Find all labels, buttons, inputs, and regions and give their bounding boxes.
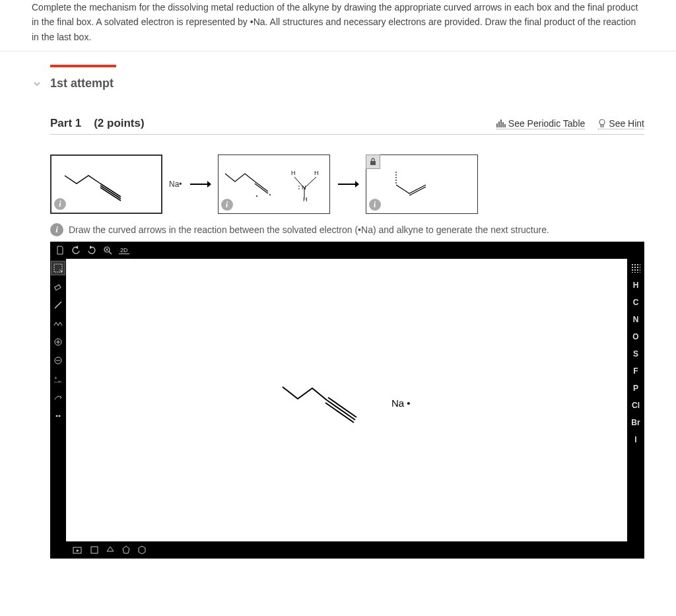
editor-left-toolbar: +− xyxy=(50,259,66,541)
svg-point-22 xyxy=(298,186,300,187)
svg-rect-6 xyxy=(601,125,603,127)
new-file-icon[interactable] xyxy=(55,246,65,255)
svg-point-43 xyxy=(56,415,58,417)
element-f[interactable]: F xyxy=(627,364,644,378)
svg-point-5 xyxy=(599,120,605,125)
instruction-text: Draw the curved arrows in the reaction b… xyxy=(69,224,549,235)
instruction-row: i Draw the curved arrows in the reaction… xyxy=(50,223,644,236)
zoom-icon[interactable] xyxy=(103,246,112,255)
element-i[interactable]: I xyxy=(627,433,644,446)
editor-element-palette: H C N O S F P Cl Br I xyxy=(627,259,644,541)
svg-point-23 xyxy=(298,188,300,189)
svg-line-9 xyxy=(100,188,121,201)
svg-rect-4 xyxy=(504,124,506,127)
svg-rect-25 xyxy=(370,161,376,165)
element-p[interactable]: P xyxy=(627,382,644,395)
svg-text:N: N xyxy=(302,184,306,191)
attempt-title: 1st attempt xyxy=(50,77,114,90)
svg-line-27 xyxy=(409,187,426,195)
plus-charge-tool[interactable] xyxy=(51,335,65,349)
alkyne-molecule-icon[interactable] xyxy=(279,380,365,440)
curved-arrow-tool[interactable] xyxy=(51,391,65,404)
svg-line-8 xyxy=(100,186,121,199)
svg-rect-3 xyxy=(502,122,504,127)
element-n[interactable]: N xyxy=(627,313,644,326)
info-icon[interactable]: i xyxy=(50,223,63,236)
svg-line-34 xyxy=(55,302,61,308)
view-2d-button[interactable]: 2D xyxy=(119,247,129,254)
hint-label: See Hint xyxy=(609,118,644,129)
element-cl[interactable]: Cl xyxy=(627,399,644,412)
svg-rect-2 xyxy=(500,120,502,127)
mechanism-row: i Na• H H H N i xyxy=(50,154,644,214)
lock-icon xyxy=(366,154,380,169)
svg-point-44 xyxy=(59,415,61,417)
part-block: Part 1 (2 points) See Periodic Table See… xyxy=(50,117,644,559)
shape-tool-2[interactable] xyxy=(90,545,99,555)
chevron-down-icon[interactable] xyxy=(32,79,42,89)
chain-tool[interactable] xyxy=(51,317,65,330)
svg-text:H: H xyxy=(291,170,296,176)
vinyl-structure-icon xyxy=(366,155,479,212)
svg-line-7 xyxy=(100,184,121,197)
attempt-header: 1st attempt xyxy=(0,51,676,90)
svg-line-29 xyxy=(109,252,112,254)
bulb-icon xyxy=(598,119,606,128)
periodic-table-icon xyxy=(496,120,506,127)
question-text: Complete the mechanism for the dissolvin… xyxy=(0,0,676,51)
svg-marker-52 xyxy=(139,546,145,554)
svg-marker-50 xyxy=(107,547,114,551)
na-reagent-label: Na• xyxy=(169,180,182,189)
svg-line-19 xyxy=(304,177,316,188)
svg-rect-49 xyxy=(91,547,98,553)
hint-link[interactable]: See Hint xyxy=(598,118,644,129)
attempt-tab-indicator xyxy=(50,65,116,67)
svg-text:+: + xyxy=(54,375,57,381)
reaction-arrow-icon xyxy=(189,179,211,189)
part-title: Part 1 (2 points) xyxy=(50,117,145,130)
mechanism-step-1[interactable]: i xyxy=(50,154,162,214)
structure-editor: 2D +− Na • xyxy=(50,242,644,559)
editor-canvas[interactable]: Na • xyxy=(66,259,627,541)
info-icon[interactable]: i xyxy=(221,199,233,211)
minus-charge-tool[interactable] xyxy=(51,354,65,367)
svg-rect-33 xyxy=(55,285,61,290)
element-h[interactable]: H xyxy=(627,279,644,292)
element-s[interactable]: S xyxy=(627,347,644,360)
shape-tool-1[interactable] xyxy=(73,545,83,555)
reaction-arrow-icon xyxy=(337,179,359,189)
element-br[interactable]: Br xyxy=(627,416,644,429)
editor-topbar: 2D xyxy=(50,242,644,259)
info-icon[interactable]: i xyxy=(369,199,381,211)
alkyne-structure-icon xyxy=(51,156,164,213)
svg-line-45 xyxy=(327,400,355,420)
lone-pair-tool[interactable] xyxy=(51,409,65,423)
shape-tool-4[interactable] xyxy=(121,545,131,555)
svg-point-14 xyxy=(269,194,271,195)
editor-bottom-toolbar xyxy=(66,541,147,559)
periodic-table-label: See Periodic Table xyxy=(508,118,585,129)
periodic-table-link[interactable]: See Periodic Table xyxy=(496,118,585,129)
solvated-electron-label[interactable]: Na • xyxy=(391,397,411,409)
svg-marker-51 xyxy=(123,546,129,553)
radical-amine-structure-icon: H H H N xyxy=(219,155,331,212)
palette-grid-icon[interactable] xyxy=(627,261,644,275)
shape-tool-5[interactable] xyxy=(137,545,147,555)
svg-point-13 xyxy=(256,195,257,197)
mechanism-step-2[interactable]: H H H N i xyxy=(218,154,330,214)
erase-tool[interactable] xyxy=(51,280,65,293)
redo-icon[interactable] xyxy=(87,246,96,255)
element-c[interactable]: C xyxy=(627,296,644,309)
mechanism-step-3[interactable]: i xyxy=(366,154,478,214)
shape-tool-3[interactable] xyxy=(106,545,115,555)
bond-tool[interactable] xyxy=(51,298,65,312)
svg-text:H: H xyxy=(303,196,308,203)
charge-tool[interactable]: +− xyxy=(51,372,65,386)
select-tool[interactable] xyxy=(51,261,65,275)
part-header: Part 1 (2 points) See Periodic Table See… xyxy=(50,117,644,135)
element-o[interactable]: O xyxy=(627,330,644,343)
svg-rect-1 xyxy=(498,121,500,127)
part-number: Part 1 xyxy=(50,117,81,129)
undo-icon[interactable] xyxy=(71,246,81,255)
svg-text:−: − xyxy=(58,378,61,384)
